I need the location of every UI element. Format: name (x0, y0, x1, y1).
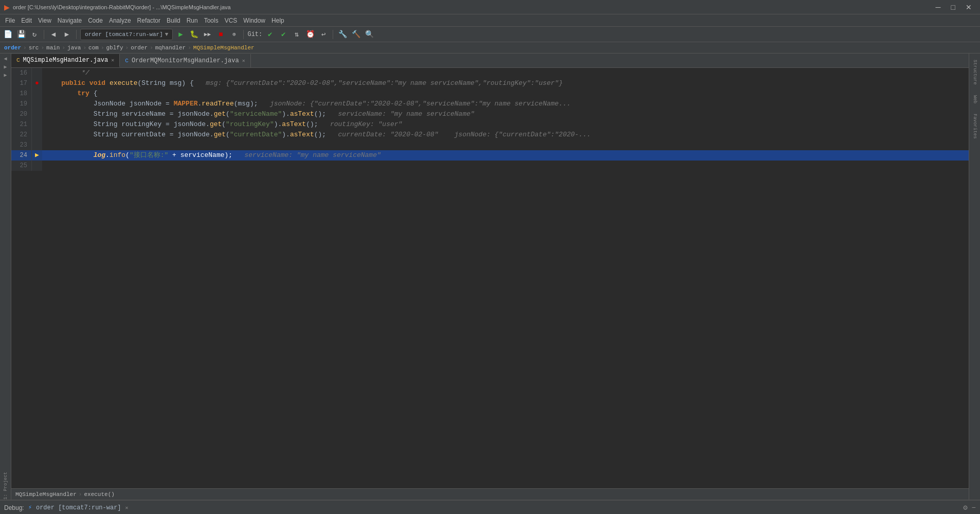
code-line-18: 18 try { (11, 88, 969, 99)
menu-help[interactable]: Help (268, 16, 287, 25)
menu-tools[interactable]: Tools (201, 16, 222, 25)
code-line-21: 21 String routingKey = jsonNode.get("rou… (11, 119, 969, 130)
debug-close-session[interactable]: ✕ (125, 505, 129, 511)
java-icon-1: C (16, 57, 20, 63)
code-line-23: 23 (11, 140, 969, 150)
debug-button[interactable]: 🐛 (188, 29, 199, 40)
project-vertical-label: 1: Project (3, 470, 8, 500)
code-line-20: 20 String serviceName = jsonNode.get("se… (11, 109, 969, 119)
app-icon: ▶ (4, 3, 10, 11)
git-commit-icon[interactable]: ✔ (264, 29, 276, 40)
top-breadcrumb: order › src › main › java › com › gblfy … (0, 42, 980, 54)
menu-window[interactable]: Window (240, 16, 268, 25)
window-controls: ─ □ ✕ (932, 3, 976, 11)
editor-breadcrumb: MQSimpleMsgHandler › execute() (11, 488, 969, 500)
menu-file[interactable]: File (2, 16, 18, 25)
save-icon[interactable]: 💾 (15, 29, 27, 40)
code-line-25: 25 (11, 161, 969, 171)
refresh-icon[interactable]: ↻ (29, 29, 40, 40)
debug-session-icon: ⚡ (28, 504, 32, 511)
maximize-button[interactable]: □ (947, 3, 959, 11)
bc-gblfy[interactable]: gblfy (106, 45, 123, 51)
editor-bc-class[interactable]: MQSimpleMsgHandler (15, 491, 77, 498)
debug-settings-icon[interactable]: ⚙ (963, 503, 967, 512)
favorites-vertical-label: Favorites (972, 103, 977, 139)
stop-button[interactable]: ■ (215, 29, 226, 40)
close-button[interactable]: ✕ (961, 3, 976, 11)
panel-expand2-btn[interactable]: ▶ (3, 71, 8, 79)
editor-tabs: C MQSimpleMsgHandler.java ✕ C OrderMQMon… (11, 54, 969, 68)
back-icon[interactable]: ◀ (48, 29, 59, 40)
breakpoint-17[interactable]: ● (35, 78, 39, 88)
menu-view[interactable]: View (35, 16, 55, 25)
code-line-22: 22 String currentDate = jsonNode.get("cu… (11, 130, 969, 140)
code-line-16: 16 */ (11, 68, 969, 78)
main-area: ◀ ▶ ▶ 1: Project C MQSimpleMsgHandler.ja… (0, 54, 980, 500)
panel-collapse-btn[interactable]: ◀ (3, 55, 8, 63)
tab-ordermq[interactable]: C OrderMQMonitorMsgHandler.java ✕ (120, 54, 250, 67)
toolbar: 📄 💾 ↻ ◀ ▶ order [tomcat7:run-war] ▼ ▶ 🐛 … (0, 27, 980, 42)
debug-arrow-24: ▶ (35, 150, 39, 161)
git-history-icon[interactable]: ⏰ (304, 29, 316, 40)
search-everywhere-icon[interactable]: 🔍 (364, 29, 375, 40)
code-line-19: 19 JsonNode jsonNode = MAPPER.readTree(m… (11, 99, 969, 109)
code-editor[interactable]: 16 */ 17 ● public void execute(String ms… (11, 68, 969, 488)
right-side-panel: Structure Web Favorites (969, 54, 980, 500)
bc-class[interactable]: MQSimpleMsgHandler (193, 45, 255, 51)
run-config-label: order [tomcat7:run-war] (85, 31, 163, 38)
tab-label-1: MQSimpleMsgHandler.java (23, 57, 108, 64)
java-icon-2: C (125, 58, 129, 64)
bc-src[interactable]: src (29, 45, 39, 51)
tab-label-2: OrderMQMonitorMsgHandler.java (132, 57, 239, 64)
menu-run[interactable]: Run (184, 16, 201, 25)
code-line-17: 17 ● public void execute(String msg) { m… (11, 78, 969, 88)
git-push-icon[interactable]: ✔ (278, 29, 289, 40)
run-config-dropdown-icon: ▼ (165, 31, 169, 38)
new-file-icon[interactable]: 📄 (2, 29, 13, 40)
project-panel: ◀ ▶ ▶ 1: Project (0, 54, 11, 500)
bc-order2[interactable]: order (131, 45, 148, 51)
bc-sep1: › (23, 45, 27, 51)
run-button[interactable]: ▶ (175, 29, 186, 40)
web-vertical-label: Web (972, 85, 977, 103)
tools2-icon[interactable]: 🔨 (350, 29, 361, 40)
menu-build[interactable]: Build (164, 16, 184, 25)
menu-code[interactable]: Code (85, 16, 106, 25)
menu-vcs[interactable]: VCS (222, 16, 241, 25)
bc-java[interactable]: java (67, 45, 81, 51)
bc-mqhandler[interactable]: mqhandler (155, 45, 186, 51)
forward-icon[interactable]: ▶ (61, 29, 72, 40)
debug-header: Debug: ⚡ order [tomcat7:run-war] ✕ ⚙ − (0, 501, 980, 514)
menu-analyze[interactable]: Analyze (106, 16, 134, 25)
bc-order[interactable]: order (4, 45, 21, 51)
menubar: File Edit View Navigate Code Analyze Ref… (0, 14, 980, 27)
run-config-selector[interactable]: order [tomcat7:run-war] ▼ (80, 29, 173, 40)
run-coverage-icon[interactable]: ▶▶ (202, 29, 213, 40)
bc-com[interactable]: com (88, 45, 99, 51)
menu-edit[interactable]: Edit (18, 16, 35, 25)
debug-panel: Debug: ⚡ order [tomcat7:run-war] ✕ ⚙ − ⚡… (0, 500, 980, 514)
menu-refactor[interactable]: Refactor (134, 16, 164, 25)
minimize-button[interactable]: ─ (932, 3, 945, 11)
panel-expand-btn[interactable]: ▶ (3, 63, 8, 71)
attach-debugger-icon[interactable]: ⊕ (228, 29, 240, 40)
editor-area: C MQSimpleMsgHandler.java ✕ C OrderMQMon… (11, 54, 969, 500)
git-pull-icon[interactable]: ⇅ (291, 29, 302, 40)
titlebar: ▶ order [C:\Users\ly\Desktop\integration… (0, 0, 980, 14)
debug-session-label[interactable]: order [tomcat7:run-war] (36, 504, 121, 511)
editor-bc-sep: › (79, 491, 82, 498)
tab-mqsimple[interactable]: C MQSimpleMsgHandler.java ✕ (11, 54, 120, 67)
settings-icon[interactable]: 🔧 (337, 29, 348, 40)
tab-close-1[interactable]: ✕ (111, 57, 114, 63)
code-line-24: 24 ▶ log.info("接口名称:" + serviceName); se… (11, 150, 969, 161)
editor-bc-method[interactable]: execute() (84, 491, 114, 498)
debug-label: Debug: (4, 504, 24, 511)
git-label: Git: (247, 31, 262, 38)
debug-minimize-icon[interactable]: − (972, 504, 976, 512)
title-text: order [C:\Users\ly\Desktop\integration-R… (13, 4, 932, 10)
bc-main[interactable]: main (46, 45, 60, 51)
structure-vertical-label: Structure (972, 56, 977, 85)
menu-navigate[interactable]: Navigate (55, 16, 85, 25)
git-revert-icon[interactable]: ↩ (318, 29, 329, 40)
tab-close-2[interactable]: ✕ (242, 58, 245, 64)
